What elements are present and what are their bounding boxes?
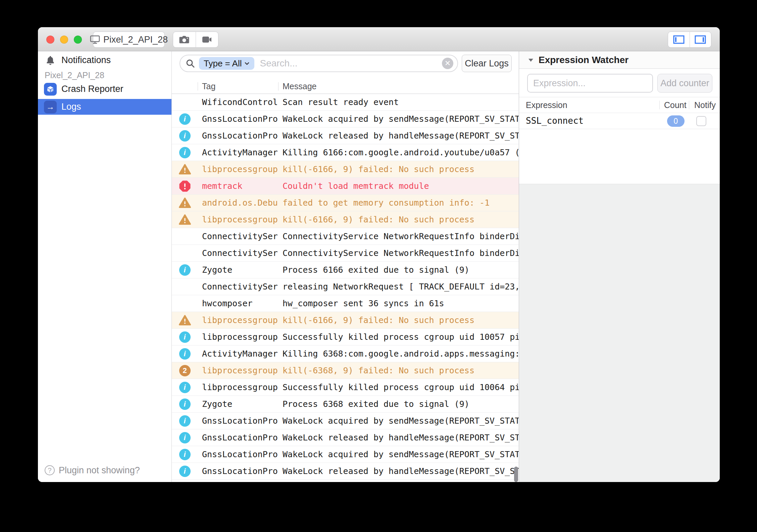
log-row[interactable]: hwcomposerhw_composer sent 36 syncs in 6…	[172, 295, 519, 312]
sidebar-item-logs[interactable]: → Logs	[38, 99, 171, 115]
log-row[interactable]: libprocessgroupkill(-6166, 9) failed: No…	[172, 161, 519, 178]
minimize-button[interactable]	[60, 36, 68, 44]
plugin-help-link[interactable]: ? Plugin not showing?	[38, 463, 171, 478]
expression-watcher-header[interactable]: Expression Watcher	[519, 51, 720, 69]
log-row[interactable]: iGnssLocationProviderWakeLock acquired b…	[172, 446, 519, 463]
log-row[interactable]: iGnssLocationProviderWakeLock acquired b…	[172, 413, 519, 429]
type-filter-label: Type = All	[204, 58, 242, 69]
capture-button-group	[173, 32, 218, 48]
log-message: WakeLock acquired by sendMessage(REPORT_…	[278, 416, 519, 426]
log-row[interactable]: ilibprocessgroupSuccessfully killed proc…	[172, 329, 519, 345]
log-row[interactable]: iActivityManagerKilling 6368:com.google.…	[172, 345, 519, 362]
log-row[interactable]: iZygoteProcess 6166 exited due to signal…	[172, 262, 519, 278]
log-message: WakeLock released by handleMessage(REPOR…	[278, 433, 519, 442]
search-icon	[186, 59, 195, 68]
log-row[interactable]: memtrackCouldn't load memtrack module	[172, 178, 519, 195]
log-row[interactable]: android.os.Debugfailed to get memory con…	[172, 195, 519, 211]
log-tag: libprocessgroup	[198, 164, 278, 174]
log-tag: GnssLocationProvider	[198, 114, 278, 124]
expression-watcher-panel: Expression Watcher Add counter Expressio…	[519, 51, 720, 482]
type-filter-pill[interactable]: Type = All	[199, 57, 254, 70]
column-header-tag[interactable]: Tag	[202, 82, 215, 91]
column-header-message[interactable]: Message	[283, 82, 316, 91]
log-tag: android.os.Debug	[198, 198, 278, 208]
add-counter-button[interactable]: Add counter	[657, 74, 712, 93]
log-row[interactable]: ilibprocessgroupSuccessfully killed proc…	[172, 379, 519, 396]
sidebar-item-notifications[interactable]: Notifications	[38, 52, 171, 68]
warning-count-badge: 2	[179, 365, 191, 376]
log-message: failed to get memory consumption info: -…	[278, 198, 519, 208]
screen-record-button[interactable]	[196, 32, 218, 47]
sidebar-item-crash-reporter[interactable]: Crash Reporter	[38, 81, 171, 97]
info-icon: i	[179, 398, 191, 410]
screenshot-camera-icon	[179, 35, 190, 44]
logs-arrow-icon: →	[44, 101, 57, 113]
log-message: kill(-6166, 9) failed: No such process	[278, 215, 519, 224]
log-tag: ConnectivityService	[198, 231, 278, 241]
expression-watcher-title: Expression Watcher	[539, 55, 628, 65]
log-row[interactable]: WificondControlScan result ready event	[172, 94, 519, 111]
info-icon: i	[179, 432, 191, 443]
log-tag: Zygote	[198, 399, 278, 409]
log-row[interactable]: libprocessgroupkill(-6166, 9) failed: No…	[172, 312, 519, 329]
log-row[interactable]: iGnssLocationProviderWakeLock acquired b…	[172, 111, 519, 127]
search-input[interactable]	[260, 58, 442, 69]
screenshot-button[interactable]	[173, 32, 196, 47]
log-tag: WificondControl	[198, 97, 278, 107]
log-row[interactable]: iActivityManagerKilling 6166:com.google.…	[172, 144, 519, 161]
question-mark-icon: ?	[45, 465, 55, 475]
watcher-row[interactable]: SSL_connect 0	[519, 113, 720, 129]
log-row[interactable]: iGnssLocationProviderWakeLock released b…	[172, 463, 519, 480]
log-table-header: Tag Message	[172, 79, 519, 94]
device-selector-button[interactable]: Pixel_2_API_28	[93, 32, 165, 48]
info-icon: i	[179, 264, 191, 276]
close-button[interactable]	[46, 36, 54, 44]
log-row[interactable]: iGnssLocationProviderWakeLock released b…	[172, 429, 519, 446]
log-tag: libprocessgroup	[198, 382, 278, 392]
count-badge: 0	[667, 115, 685, 127]
left-panel-toggle-button[interactable]	[668, 32, 690, 47]
expression-input[interactable]	[527, 74, 653, 93]
clear-search-icon[interactable]: ✕	[442, 58, 453, 69]
titlebar: Pixel_2_API_28	[38, 27, 720, 51]
log-scrollbar-thumb[interactable]	[514, 467, 518, 482]
log-message: kill(-6166, 9) failed: No such process	[278, 164, 519, 174]
notify-checkbox[interactable]	[696, 116, 706, 126]
column-header-count: Count	[664, 100, 687, 110]
log-row[interactable]: ConnectivityServiceConnectivityService N…	[172, 228, 519, 245]
log-tag: Zygote	[198, 265, 278, 275]
log-panel: Type = All ✕ Clear Logs Tag Message Wi	[172, 51, 519, 482]
bell-icon	[44, 54, 57, 67]
warning-icon	[179, 214, 191, 225]
disclosure-triangle-icon	[528, 58, 534, 62]
info-icon: i	[179, 348, 191, 360]
log-message: ConnectivityService NetworkRequestInfo b…	[278, 231, 519, 241]
clear-logs-button[interactable]: Clear Logs	[462, 55, 512, 72]
log-row[interactable]: 2libprocessgroupkill(-6368, 9) failed: N…	[172, 362, 519, 379]
log-message: hw_composer sent 36 syncs in 61s	[278, 299, 519, 308]
panel-toggle-group	[668, 32, 711, 48]
log-search-field[interactable]: Type = All ✕	[180, 55, 458, 72]
log-message: WakeLock released by handleMessage(REPOR…	[278, 466, 519, 476]
log-message: Couldn't load memtrack module	[278, 181, 519, 191]
warning-icon	[179, 164, 191, 175]
log-tag: hwcomposer	[198, 299, 278, 308]
right-panel-toggle-icon	[695, 35, 706, 44]
device-name-label: Pixel_2_API_28	[103, 35, 168, 45]
log-row[interactable]: libprocessgroupkill(-6166, 9) failed: No…	[172, 211, 519, 228]
info-icon: i	[179, 113, 191, 125]
info-icon: i	[179, 331, 191, 343]
warning-icon	[179, 197, 191, 209]
column-header-expression: Expression	[526, 100, 567, 110]
monitor-icon	[90, 35, 100, 44]
log-row[interactable]: ConnectivityServiceConnectivityService N…	[172, 245, 519, 262]
info-icon: i	[179, 449, 191, 460]
log-message: Successfully killed process cgroup uid 1…	[278, 332, 519, 342]
log-row[interactable]: ConnectivityServicereleasing NetworkRequ…	[172, 278, 519, 295]
right-panel-toggle-button[interactable]	[690, 32, 711, 47]
log-tag: GnssLocationProvider	[198, 416, 278, 426]
zoom-button[interactable]	[74, 36, 82, 44]
log-row[interactable]: iGnssLocationProviderWakeLock released b…	[172, 127, 519, 144]
log-tag: libprocessgroup	[198, 332, 278, 342]
log-row[interactable]: iZygoteProcess 6368 exited due to signal…	[172, 396, 519, 413]
